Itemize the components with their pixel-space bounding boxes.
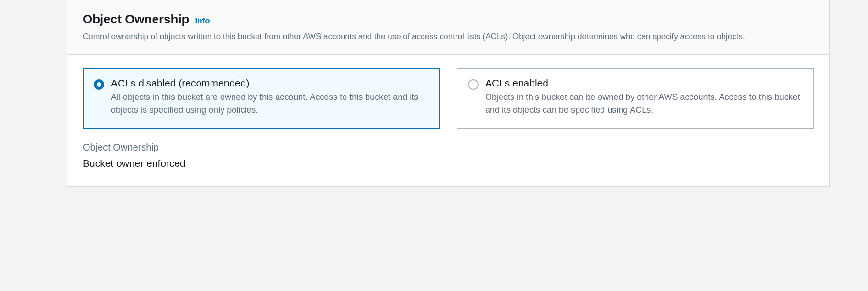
option-acls-enabled[interactable]: ACLs enabled Objects in this bucket can … [457, 68, 814, 129]
radio-icon [468, 79, 479, 90]
option-description: All objects in this bucket are owned by … [111, 91, 429, 117]
option-content: ACLs enabled Objects in this bucket can … [485, 77, 803, 117]
option-description: Objects in this bucket can be owned by o… [485, 91, 803, 117]
option-title: ACLs disabled (recommended) [111, 77, 429, 89]
option-title: ACLs enabled [485, 77, 803, 89]
radio-icon [94, 79, 104, 90]
field-value: Bucket owner enforced [83, 158, 814, 169]
panel-title: Object Ownership [83, 12, 189, 27]
options-row: ACLs disabled (recommended) All objects … [83, 68, 814, 129]
option-acls-disabled[interactable]: ACLs disabled (recommended) All objects … [83, 68, 440, 129]
panel-header: Object Ownership Info Control ownership … [67, 0, 829, 55]
option-content: ACLs disabled (recommended) All objects … [111, 77, 429, 117]
title-row: Object Ownership Info [83, 12, 814, 27]
field-label: Object Ownership [83, 142, 814, 153]
object-ownership-panel: Object Ownership Info Control ownership … [67, 0, 830, 187]
info-link[interactable]: Info [195, 16, 210, 26]
panel-body: ACLs disabled (recommended) All objects … [67, 55, 829, 186]
panel-description: Control ownership of objects written to … [83, 31, 753, 43]
